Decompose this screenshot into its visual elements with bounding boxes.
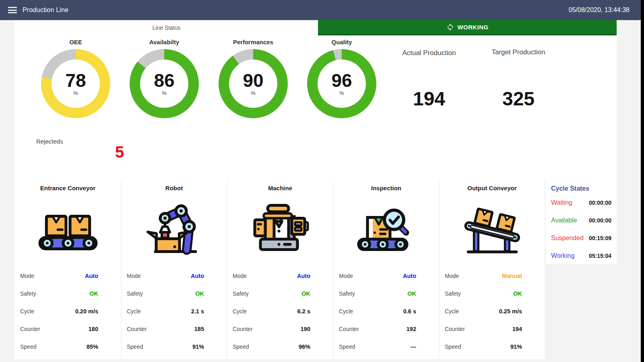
mode-value: Auto — [191, 273, 227, 279]
gauge-quality-value: 96 — [331, 71, 352, 90]
station-card-inspection: Inspection ModeAuto SafetyOK Cycle0.6 s … — [334, 180, 439, 359]
cycle-value: 6.2 s — [297, 308, 333, 315]
speed-row: Speed96% — [227, 338, 333, 356]
working-status-label: WORKING — [458, 24, 489, 31]
rejecteds-label: Rejecteds — [36, 138, 63, 145]
gauge-quality: Quality 96 % — [307, 39, 376, 118]
waiting-label: Waiting — [551, 199, 572, 206]
suspended-time: 00:15:09 — [589, 235, 611, 241]
cycle-state-row-working: Working 05:15:04 — [546, 247, 617, 265]
suspended-label: Suspended — [551, 234, 584, 242]
safety-value: OK — [301, 290, 333, 297]
speed-label: Speed — [233, 343, 249, 350]
working-status-button[interactable]: WORKING — [318, 20, 617, 35]
counter-row: Counter185 — [122, 320, 227, 338]
working-time: 05:15:04 — [589, 253, 611, 259]
counter-row: Counter190 — [227, 320, 333, 338]
robot-arm-icon — [144, 200, 204, 255]
gauge-oee-title: OEE — [41, 39, 110, 47]
cycle-value: 2.1 s — [191, 308, 227, 315]
app-title: Production Line — [23, 6, 68, 14]
station-title: Output Conveyor — [440, 180, 545, 191]
speed-label: Speed — [20, 343, 36, 350]
gauge-performances-value: 90 — [243, 71, 263, 90]
counter-row: Counter180 — [15, 320, 121, 338]
target-production-value: 325 — [470, 88, 567, 110]
top-bar: Production Line 05/08/2020, 13:44:38 — [0, 0, 641, 20]
cycle-state-row-available: Available 00:00:00 — [546, 212, 617, 229]
mode-row: ModeManual — [440, 267, 545, 285]
station-title: Machine — [227, 180, 333, 191]
actual-production-label: Actual Production — [381, 49, 477, 57]
station-title: Entrance Conveyor — [15, 180, 121, 191]
rejecteds-value: 5 — [111, 143, 128, 161]
inspection-magnifier-icon — [356, 202, 417, 253]
safety-label: Safety — [445, 290, 461, 297]
mode-value: Manual — [502, 273, 545, 279]
mode-row: ModeAuto — [334, 267, 439, 285]
mode-label: Mode — [127, 273, 141, 279]
mode-row: ModeAuto — [122, 267, 227, 285]
gauge-availability-value: 86 — [154, 71, 174, 90]
target-production-label: Target Production — [470, 48, 567, 56]
conveyor-boxes-icon — [37, 201, 99, 254]
waiting-time: 00:00:00 — [589, 200, 611, 206]
station-title: Robot — [122, 180, 227, 191]
speed-value: 91% — [192, 343, 227, 350]
counter-value: 180 — [89, 326, 121, 332]
safety-value: OK — [195, 290, 227, 297]
mode-value: Auto — [297, 273, 333, 279]
counter-value: 194 — [512, 326, 545, 332]
actual-production-value: 194 — [381, 88, 477, 110]
gauge-oee-unit: % — [73, 90, 78, 96]
cycle-row: Cycle2.1 s — [122, 302, 227, 320]
gauge-oee: OEE 78 % — [41, 39, 110, 118]
cycle-value: 0.6 s — [403, 308, 439, 315]
cycle-label: Cycle — [445, 308, 459, 315]
gauge-performances-donut: 90 % — [219, 49, 288, 118]
station-title: Inspection — [334, 180, 439, 191]
counter-value: 192 — [407, 326, 439, 332]
menu-icon[interactable] — [8, 7, 17, 13]
gauge-quality-unit: % — [339, 90, 344, 96]
mode-label: Mode — [20, 273, 34, 279]
working-label: Working — [551, 252, 574, 259]
sync-icon — [446, 23, 454, 31]
line-overview-panel: OEE 78 % Availabilty 86 % Performances 9… — [15, 35, 617, 180]
datetime: 05/08/2020, 13:44:38 — [569, 6, 630, 14]
speed-value: 85% — [87, 343, 121, 350]
gauge-performances-unit: % — [251, 90, 256, 96]
speed-row: Speed85% — [15, 338, 121, 356]
cycle-label: Cycle — [339, 308, 353, 315]
speed-row: Speed91% — [440, 338, 545, 356]
speed-value: 91% — [510, 343, 545, 350]
speed-value: 96% — [299, 343, 333, 350]
safety-label: Safety — [127, 290, 143, 297]
cycle-label: Cycle — [127, 308, 141, 315]
counter-row: Counter192 — [334, 320, 439, 338]
counter-row: Counter194 — [440, 320, 545, 338]
safety-value: OK — [407, 290, 439, 297]
milling-machine-icon — [250, 202, 310, 253]
gauge-performances-title: Performances — [219, 39, 288, 47]
cycle-row: Cycle0.25 m/s — [440, 302, 545, 320]
mode-label: Mode — [445, 273, 459, 279]
station-card-output-conveyor: Output Conveyor — [440, 180, 545, 359]
safety-value: OK — [89, 290, 121, 297]
speed-label: Speed — [445, 343, 461, 350]
counter-value: 190 — [301, 326, 333, 332]
cycle-state-row-suspended: Suspended 00:15:09 — [546, 229, 617, 247]
speed-label: Speed — [127, 343, 143, 350]
tab-line-status[interactable]: Line Status — [15, 20, 318, 35]
counter-label: Counter — [127, 326, 147, 332]
cycle-row: Cycle0.20 m/s — [15, 302, 121, 320]
counter-label: Counter — [20, 326, 40, 332]
speed-value: --- — [411, 343, 439, 350]
inclined-conveyor-icon — [462, 200, 523, 255]
gauge-oee-donut: 78 % — [41, 49, 110, 118]
station-card-robot: Robot ModeAuto SafetyOK Cycle2.1 s Count… — [122, 180, 227, 359]
counter-label: Counter — [445, 326, 465, 332]
gauge-availability: Availabilty 86 % — [130, 39, 199, 118]
gauge-availability-unit: % — [162, 90, 167, 96]
available-label: Available — [551, 217, 577, 224]
